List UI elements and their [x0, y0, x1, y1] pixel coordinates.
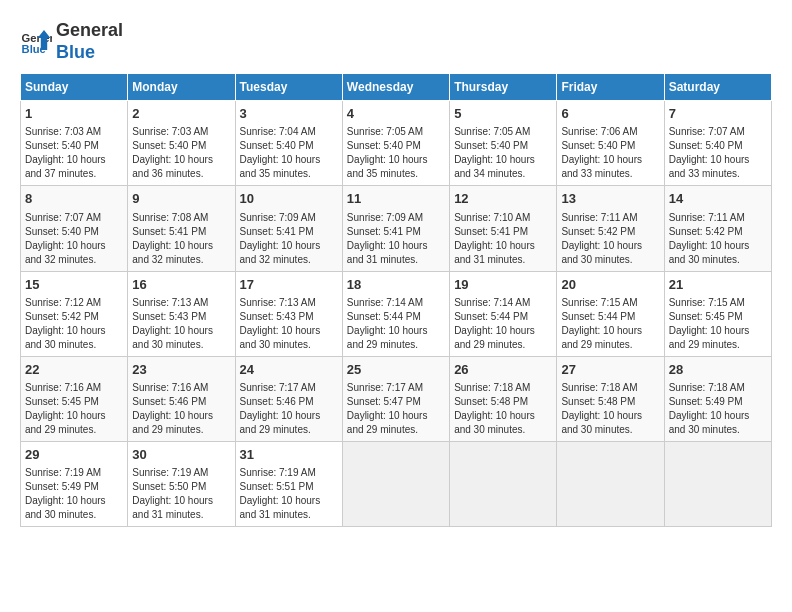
daylight: Daylight: 10 hours and 29 minutes. — [669, 325, 750, 350]
sunset: Sunset: 5:44 PM — [347, 311, 421, 322]
sunrise: Sunrise: 7:11 AM — [561, 212, 637, 223]
day-number: 29 — [25, 446, 123, 464]
header: General Blue General Blue — [20, 20, 772, 63]
daylight: Daylight: 10 hours and 30 minutes. — [25, 325, 106, 350]
day-number: 12 — [454, 190, 552, 208]
daylight: Daylight: 10 hours and 29 minutes. — [25, 410, 106, 435]
daylight: Daylight: 10 hours and 29 minutes. — [240, 410, 321, 435]
sunrise: Sunrise: 7:08 AM — [132, 212, 208, 223]
day-number: 2 — [132, 105, 230, 123]
sunset: Sunset: 5:42 PM — [669, 226, 743, 237]
week-row-2: 8Sunrise: 7:07 AMSunset: 5:40 PMDaylight… — [21, 186, 772, 271]
sunset: Sunset: 5:45 PM — [25, 396, 99, 407]
daylight: Daylight: 10 hours and 29 minutes. — [132, 410, 213, 435]
sunrise: Sunrise: 7:15 AM — [669, 297, 745, 308]
header-saturday: Saturday — [664, 74, 771, 101]
sunrise: Sunrise: 7:13 AM — [132, 297, 208, 308]
calendar-cell — [342, 441, 449, 526]
sunrise: Sunrise: 7:07 AM — [25, 212, 101, 223]
sunrise: Sunrise: 7:14 AM — [347, 297, 423, 308]
daylight: Daylight: 10 hours and 33 minutes. — [669, 154, 750, 179]
daylight: Daylight: 10 hours and 30 minutes. — [561, 240, 642, 265]
day-number: 20 — [561, 276, 659, 294]
day-number: 1 — [25, 105, 123, 123]
daylight: Daylight: 10 hours and 31 minutes. — [240, 495, 321, 520]
day-number: 10 — [240, 190, 338, 208]
calendar-cell: 10Sunrise: 7:09 AMSunset: 5:41 PMDayligh… — [235, 186, 342, 271]
header-wednesday: Wednesday — [342, 74, 449, 101]
daylight: Daylight: 10 hours and 29 minutes. — [561, 325, 642, 350]
calendar-cell — [557, 441, 664, 526]
sunrise: Sunrise: 7:16 AM — [25, 382, 101, 393]
calendar-cell: 6Sunrise: 7:06 AMSunset: 5:40 PMDaylight… — [557, 101, 664, 186]
header-friday: Friday — [557, 74, 664, 101]
day-number: 26 — [454, 361, 552, 379]
daylight: Daylight: 10 hours and 29 minutes. — [347, 410, 428, 435]
day-number: 6 — [561, 105, 659, 123]
sunset: Sunset: 5:42 PM — [561, 226, 635, 237]
calendar-cell: 25Sunrise: 7:17 AMSunset: 5:47 PMDayligh… — [342, 356, 449, 441]
sunrise: Sunrise: 7:19 AM — [25, 467, 101, 478]
sunrise: Sunrise: 7:18 AM — [561, 382, 637, 393]
day-number: 30 — [132, 446, 230, 464]
sunset: Sunset: 5:48 PM — [561, 396, 635, 407]
day-number: 14 — [669, 190, 767, 208]
sunrise: Sunrise: 7:17 AM — [240, 382, 316, 393]
calendar-cell: 5Sunrise: 7:05 AMSunset: 5:40 PMDaylight… — [450, 101, 557, 186]
sunset: Sunset: 5:50 PM — [132, 481, 206, 492]
day-number: 22 — [25, 361, 123, 379]
calendar-cell: 11Sunrise: 7:09 AMSunset: 5:41 PMDayligh… — [342, 186, 449, 271]
daylight: Daylight: 10 hours and 31 minutes. — [132, 495, 213, 520]
sunset: Sunset: 5:44 PM — [561, 311, 635, 322]
sunrise: Sunrise: 7:05 AM — [347, 126, 423, 137]
sunset: Sunset: 5:43 PM — [132, 311, 206, 322]
daylight: Daylight: 10 hours and 36 minutes. — [132, 154, 213, 179]
day-number: 25 — [347, 361, 445, 379]
calendar-cell: 28Sunrise: 7:18 AMSunset: 5:49 PMDayligh… — [664, 356, 771, 441]
daylight: Daylight: 10 hours and 30 minutes. — [240, 325, 321, 350]
sunrise: Sunrise: 7:19 AM — [132, 467, 208, 478]
sunrise: Sunrise: 7:18 AM — [669, 382, 745, 393]
daylight: Daylight: 10 hours and 32 minutes. — [132, 240, 213, 265]
sunset: Sunset: 5:41 PM — [347, 226, 421, 237]
sunrise: Sunrise: 7:16 AM — [132, 382, 208, 393]
day-number: 28 — [669, 361, 767, 379]
sunrise: Sunrise: 7:05 AM — [454, 126, 530, 137]
calendar-cell: 27Sunrise: 7:18 AMSunset: 5:48 PMDayligh… — [557, 356, 664, 441]
sunrise: Sunrise: 7:07 AM — [669, 126, 745, 137]
day-number: 16 — [132, 276, 230, 294]
daylight: Daylight: 10 hours and 29 minutes. — [347, 325, 428, 350]
calendar-cell: 22Sunrise: 7:16 AMSunset: 5:45 PMDayligh… — [21, 356, 128, 441]
calendar-cell: 31Sunrise: 7:19 AMSunset: 5:51 PMDayligh… — [235, 441, 342, 526]
sunset: Sunset: 5:40 PM — [561, 140, 635, 151]
sunset: Sunset: 5:41 PM — [454, 226, 528, 237]
daylight: Daylight: 10 hours and 35 minutes. — [240, 154, 321, 179]
sunrise: Sunrise: 7:09 AM — [240, 212, 316, 223]
sunset: Sunset: 5:40 PM — [25, 140, 99, 151]
daylight: Daylight: 10 hours and 32 minutes. — [25, 240, 106, 265]
day-number: 11 — [347, 190, 445, 208]
sunrise: Sunrise: 7:14 AM — [454, 297, 530, 308]
day-number: 15 — [25, 276, 123, 294]
daylight: Daylight: 10 hours and 30 minutes. — [669, 240, 750, 265]
sunrise: Sunrise: 7:18 AM — [454, 382, 530, 393]
calendar-cell: 3Sunrise: 7:04 AMSunset: 5:40 PMDaylight… — [235, 101, 342, 186]
header-sunday: Sunday — [21, 74, 128, 101]
daylight: Daylight: 10 hours and 34 minutes. — [454, 154, 535, 179]
daylight: Daylight: 10 hours and 33 minutes. — [561, 154, 642, 179]
calendar-cell: 16Sunrise: 7:13 AMSunset: 5:43 PMDayligh… — [128, 271, 235, 356]
calendar-cell: 21Sunrise: 7:15 AMSunset: 5:45 PMDayligh… — [664, 271, 771, 356]
day-number: 18 — [347, 276, 445, 294]
daylight: Daylight: 10 hours and 35 minutes. — [347, 154, 428, 179]
day-number: 17 — [240, 276, 338, 294]
daylight: Daylight: 10 hours and 31 minutes. — [454, 240, 535, 265]
day-number: 7 — [669, 105, 767, 123]
calendar-cell — [450, 441, 557, 526]
sunrise: Sunrise: 7:12 AM — [25, 297, 101, 308]
day-number: 24 — [240, 361, 338, 379]
sunset: Sunset: 5:43 PM — [240, 311, 314, 322]
calendar-cell: 14Sunrise: 7:11 AMSunset: 5:42 PMDayligh… — [664, 186, 771, 271]
calendar-cell: 7Sunrise: 7:07 AMSunset: 5:40 PMDaylight… — [664, 101, 771, 186]
calendar-cell — [664, 441, 771, 526]
calendar-cell: 20Sunrise: 7:15 AMSunset: 5:44 PMDayligh… — [557, 271, 664, 356]
